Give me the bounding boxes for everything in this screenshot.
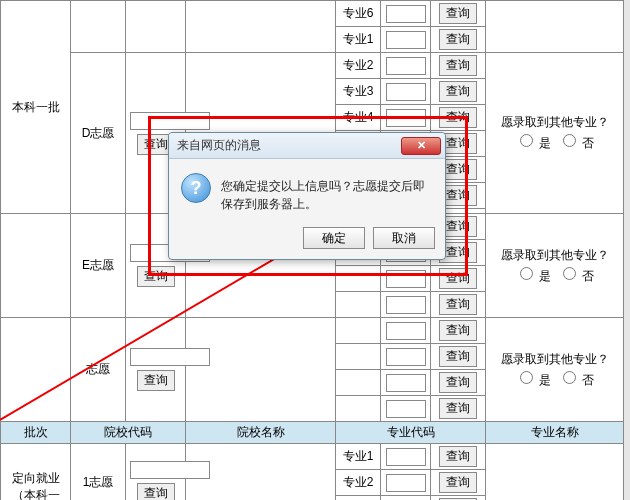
major-code-input[interactable] — [386, 270, 426, 288]
question-icon: ? — [181, 173, 211, 203]
query-button[interactable]: 查询 — [439, 372, 477, 393]
section-label-dxjy: 定向就业（本科一批） — [1, 444, 71, 501]
major-code-input[interactable] — [386, 400, 426, 418]
admit-yes-radio[interactable] — [520, 134, 533, 147]
query-button[interactable]: 查询 — [439, 268, 477, 289]
query-button[interactable]: 查询 — [439, 294, 477, 315]
query-button[interactable]: 查询 — [137, 483, 175, 500]
query-button[interactable]: 查询 — [439, 446, 477, 467]
query-button[interactable]: 查询 — [439, 472, 477, 493]
major-code-input[interactable] — [386, 5, 426, 23]
school-code-input[interactable] — [130, 112, 210, 130]
major-label: 专业2 — [336, 470, 381, 496]
major-code-input[interactable] — [386, 448, 426, 466]
admit-yes-radio[interactable] — [520, 267, 533, 280]
col-batch: 批次 — [1, 422, 71, 444]
col-school-code: 院校代码 — [71, 422, 186, 444]
major-code-input[interactable] — [386, 57, 426, 75]
school-code-input[interactable] — [130, 348, 210, 366]
admit-other-group: 愿录取到其他专业？ 是 否 — [486, 53, 624, 214]
col-major-name: 专业名称 — [486, 422, 624, 444]
choice-1-label: 1志愿 — [71, 444, 126, 501]
cancel-button[interactable]: 取消 — [373, 227, 435, 249]
major-code-input[interactable] — [386, 83, 426, 101]
admit-other-group: 愿录取到其他专业？ 是 否 — [486, 318, 624, 422]
query-button[interactable]: 查询 — [439, 107, 477, 128]
school-code-input[interactable] — [130, 461, 210, 479]
dialog-message: 您确定提交以上信息吗？志愿提交后即保存到服务器上。 — [221, 173, 433, 213]
major-label: 专业1 — [336, 444, 381, 470]
major-code-input[interactable] — [386, 109, 426, 127]
section-label-bk1: 本科一批 — [1, 1, 71, 214]
major-code-input[interactable] — [386, 31, 426, 49]
admit-no-radio[interactable] — [563, 267, 576, 280]
query-button[interactable]: 查询 — [137, 266, 175, 287]
query-button[interactable]: 查询 — [137, 370, 175, 391]
query-button[interactable]: 查询 — [439, 320, 477, 341]
form-table-dxjy: 定向就业（本科一批） 1志愿 查询 专业1查询 专业2查询 专业3查询 2志愿 … — [0, 443, 624, 500]
close-icon[interactable]: ✕ — [401, 137, 441, 155]
major-label: 专业6 — [336, 1, 381, 27]
confirm-dialog: 来自网页的消息 ✕ ? 您确定提交以上信息吗？志愿提交后即保存到服务器上。 确定… — [168, 132, 446, 260]
admit-yes-radio[interactable] — [520, 371, 533, 384]
col-school-name: 院校名称 — [186, 422, 336, 444]
choice-label: 志愿 — [71, 318, 126, 422]
query-button[interactable]: 查询 — [439, 398, 477, 419]
choice-d-label: D志愿 — [71, 53, 126, 214]
major-code-input[interactable] — [386, 348, 426, 366]
major-code-input[interactable] — [386, 322, 426, 340]
choice-e-label: E志愿 — [71, 214, 126, 318]
major-label: 专业3 — [336, 496, 381, 501]
major-label: 专业4 — [336, 105, 381, 131]
section-header-dxjy: 批次 院校代码 院校名称 专业代码 专业名称 — [0, 421, 624, 444]
query-button[interactable]: 查询 — [439, 81, 477, 102]
query-button[interactable]: 查询 — [439, 346, 477, 367]
admit-no-radio[interactable] — [563, 134, 576, 147]
query-button[interactable]: 查询 — [439, 55, 477, 76]
dialog-title: 来自网页的消息 — [177, 137, 261, 154]
major-code-input[interactable] — [386, 474, 426, 492]
major-code-input[interactable] — [386, 296, 426, 314]
query-button[interactable]: 查询 — [439, 3, 477, 24]
admit-no-radio[interactable] — [563, 371, 576, 384]
ok-button[interactable]: 确定 — [303, 227, 365, 249]
major-label: 专业1 — [336, 27, 381, 53]
query-button[interactable]: 查询 — [439, 29, 477, 50]
major-label: 专业3 — [336, 79, 381, 105]
major-label: 专业2 — [336, 53, 381, 79]
admit-other-group: 愿录取到其他专业？ 是 否 — [486, 214, 624, 318]
major-code-input[interactable] — [386, 374, 426, 392]
col-major-code: 专业代码 — [336, 422, 486, 444]
form-table-f: 志愿 查询 查询 愿录取到其他专业？ 是 否 查询 查询 查询 — [0, 317, 624, 422]
